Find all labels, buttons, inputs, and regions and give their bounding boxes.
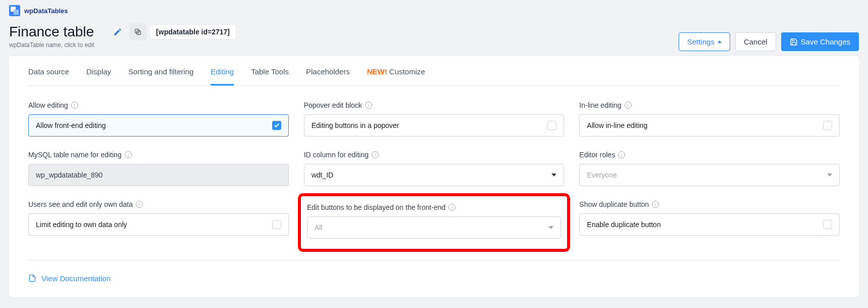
settings-button-label: Settings — [687, 37, 714, 46]
own-data-toggle[interactable]: Limit editing to own data only — [28, 213, 289, 236]
document-icon — [28, 274, 36, 283]
field-duplicate: Show duplicate buttoni Enable duplicate … — [579, 200, 840, 242]
info-icon[interactable]: i — [448, 204, 455, 211]
edit-buttons-select[interactable]: All — [307, 216, 561, 239]
field-own-data: Users see and edit only own datai Limit … — [28, 200, 289, 242]
tab-customize[interactable]: NEW! Customize — [367, 56, 425, 85]
chevron-down-icon — [827, 173, 832, 177]
field-popover-edit: Popover edit blocki Editing buttons in a… — [304, 101, 565, 137]
brand-name: wpDataTables — [24, 7, 68, 15]
copy-icon — [134, 28, 142, 36]
info-icon[interactable]: i — [372, 151, 379, 158]
tab-table-tools[interactable]: Table Tools — [251, 56, 289, 85]
mysql-table-input: wp_wpdatatable_890 — [28, 164, 289, 186]
checkbox-unchecked-icon — [823, 121, 832, 130]
tabs: Data source Display Sorting and filterin… — [28, 56, 840, 86]
editor-roles-select[interactable]: Everyone — [579, 164, 840, 186]
settings-button[interactable]: Settings — [679, 32, 730, 51]
save-button[interactable]: Save Changes — [781, 32, 859, 51]
checkbox-unchecked-icon — [823, 220, 832, 229]
field-inline-editing: In-line editingi Allow in-line editing — [579, 101, 840, 137]
copy-shortcode-button[interactable] — [129, 23, 146, 40]
cancel-button-label: Cancel — [744, 37, 768, 46]
field-editor-roles: Editor rolesi Everyone — [579, 151, 840, 186]
duplicate-toggle[interactable]: Enable duplicate button — [579, 213, 840, 236]
info-icon[interactable]: i — [365, 102, 372, 109]
page-subtitle: wpDataTable name, click to edit — [9, 41, 236, 49]
inline-editing-toggle[interactable]: Allow in-line editing — [579, 114, 840, 137]
field-mysql-table: MySQL table name for editingi wp_wpdatat… — [28, 151, 289, 186]
editing-grid: Allow editingi Allow front-end editing P… — [28, 101, 840, 242]
chevron-up-icon — [718, 40, 722, 43]
id-column-select[interactable]: wdt_ID — [304, 164, 565, 186]
topbar: wpDataTables — [9, 5, 859, 16]
view-documentation-link[interactable]: View Documentation — [28, 274, 111, 283]
checkbox-unchecked-icon — [547, 121, 556, 130]
header: Finance table [wpdatatable id=2717] wpDa… — [9, 23, 859, 51]
tab-data-source[interactable]: Data source — [28, 56, 69, 85]
info-icon[interactable]: i — [125, 151, 132, 158]
info-icon[interactable]: i — [71, 102, 78, 109]
tab-placeholders[interactable]: Placeholders — [306, 56, 350, 85]
save-button-label: Save Changes — [801, 37, 850, 46]
checkbox-checked-icon — [272, 121, 281, 130]
info-icon[interactable]: i — [136, 201, 143, 208]
shortcode-display: [wpdatatable id=2717] — [149, 24, 236, 39]
cancel-button[interactable]: Cancel — [735, 32, 776, 51]
chevron-down-icon — [551, 173, 556, 177]
pencil-icon — [113, 27, 122, 36]
page-title[interactable]: Finance table — [9, 24, 94, 40]
settings-panel: Data source Display Sorting and filterin… — [9, 56, 859, 297]
popover-toggle[interactable]: Editing buttons in a popover — [304, 114, 565, 137]
brand-logo-icon — [9, 5, 20, 16]
chevron-down-icon — [548, 226, 553, 229]
tab-editing[interactable]: Editing — [211, 56, 234, 85]
info-icon[interactable]: i — [652, 201, 659, 208]
checkbox-unchecked-icon — [272, 220, 281, 229]
info-icon[interactable]: i — [618, 151, 625, 158]
field-allow-editing: Allow editingi Allow front-end editing — [28, 101, 289, 137]
info-icon[interactable]: i — [625, 102, 632, 109]
save-icon — [790, 38, 798, 46]
edit-title-button[interactable] — [109, 23, 126, 40]
tab-sorting[interactable]: Sorting and filtering — [128, 56, 193, 85]
allow-editing-toggle[interactable]: Allow front-end editing — [28, 114, 289, 137]
field-edit-buttons-highlighted: Edit buttons to be displayed on the fron… — [298, 193, 571, 252]
field-id-column: ID column for editingi wdt_ID — [304, 151, 565, 186]
tab-display[interactable]: Display — [86, 56, 111, 85]
